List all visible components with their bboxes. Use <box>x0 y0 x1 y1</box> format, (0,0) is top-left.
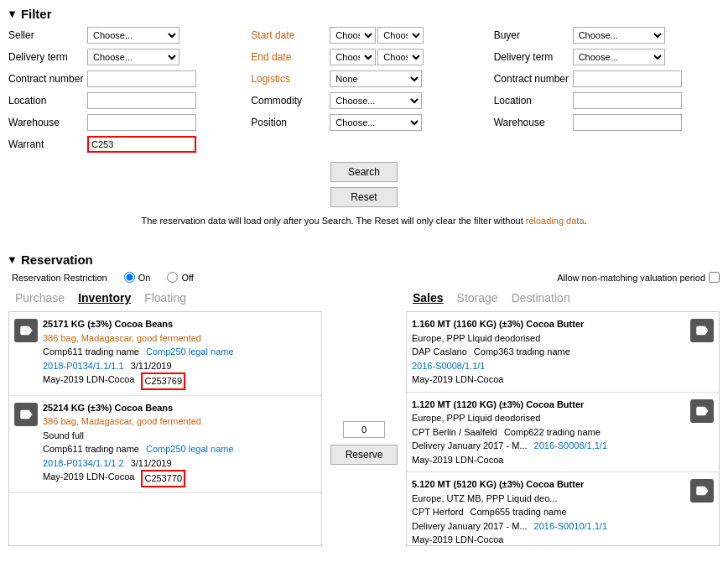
contract-number-input-left[interactable] <box>87 70 196 87</box>
right-card-3-contract[interactable]: 2016-S0010/1.1/1 <box>534 519 607 534</box>
left-card-2-contract[interactable]: 2018-P0134/1.1/1.2 <box>43 456 124 471</box>
restriction-on-radio[interactable] <box>124 272 135 283</box>
filter-end-date-row: End date Choose... Choose... <box>251 48 476 66</box>
restriction-on-label: On <box>138 273 151 283</box>
info-highlight: reloading data <box>526 216 585 226</box>
right-card-3-location: CPT Herford <box>412 505 464 519</box>
commodity-label: Commodity <box>251 95 326 107</box>
right-card-3-period: May-2019 LDN-Cocoa <box>412 533 685 546</box>
search-area: Search Reset The reservation data will l… <box>8 162 720 229</box>
filter-contract-row-left: Contract number <box>8 70 234 88</box>
start-date-select2[interactable]: Choose... <box>377 27 424 44</box>
tab-destination[interactable]: Destination <box>505 289 577 306</box>
restriction-on-group: On <box>124 272 151 283</box>
left-card-2-period: May-2019 LDN-Cocoa <box>43 470 134 487</box>
search-button[interactable]: Search <box>330 162 398 182</box>
position-select[interactable]: Choose... <box>330 114 422 131</box>
right-card-2-row1: CPT Berlin / Saalfeld Comp622 trading na… <box>412 425 685 440</box>
left-card-2-sound: Sound full <box>43 429 316 443</box>
filter-logistics-row: Logistics None <box>251 70 476 88</box>
left-card-1-legal[interactable]: Comp250 legal name <box>146 345 234 359</box>
left-card-1-body: 25171 KG (±3%) Cocoa Beans 386 bag, Mada… <box>43 317 316 390</box>
allow-period-checkbox[interactable] <box>709 272 720 283</box>
filter-delivery-term-row-right: Delivery term Choose... <box>494 48 720 66</box>
right-card-3-sub: Europe, UTZ MB, PPP Liquid deo... <box>412 492 685 506</box>
end-date-select2[interactable]: Choose... <box>377 49 424 65</box>
left-panel: Purchase Inventory Floating 25171 KG (±3… <box>8 289 322 546</box>
left-card-2[interactable]: 25214 KG (±3%) Cocoa Beans 386 bag, Mada… <box>9 396 321 493</box>
left-tabs: Purchase Inventory Floating <box>8 289 322 306</box>
left-card-2-warrant: C253770 <box>141 470 185 487</box>
reservation-toggle-icon: ▼ <box>7 253 18 266</box>
right-card-2-title: 1.120 MT (1120 KG) (±3%) Cocoa Butter <box>412 398 685 412</box>
left-card-2-title: 25214 KG (±3%) Cocoa Beans <box>43 401 316 415</box>
right-card-3-trading: Comp655 trading name <box>471 505 567 519</box>
left-card-1-row3: May-2019 LDN-Cocoa C253769 <box>43 372 316 390</box>
contract-number-label-left: Contract number <box>8 73 84 85</box>
left-card-2-legal[interactable]: Comp250 legal name <box>146 442 234 456</box>
restriction-off-radio[interactable] <box>167 272 178 283</box>
allow-period: Allow non-matching valuation period <box>557 272 720 283</box>
quantity-input[interactable]: 0 <box>343 421 385 438</box>
left-card-1-period: May-2019 LDN-Cocoa <box>43 372 134 390</box>
left-card-1-sub: 386 bag, Madagascar, good fermented <box>43 331 316 346</box>
right-card-2-period: May-2019 LDN-Cocoa <box>412 453 685 467</box>
right-card-1[interactable]: 1.160 MT (1160 KG) (±3%) Cocoa Butter Eu… <box>407 312 719 393</box>
tab-sales[interactable]: Sales <box>406 289 450 306</box>
reserve-button[interactable]: Reserve <box>330 445 398 465</box>
reservation-section: Reservation Restriction On Off Allow non… <box>0 272 728 546</box>
filter-commodity-row: Commodity Choose... <box>251 91 476 110</box>
right-card-1-sub: Europe, PPP Liquid deodorised <box>412 331 685 346</box>
warrant-input[interactable] <box>87 136 196 153</box>
warehouse-input-right[interactable] <box>573 114 682 131</box>
warehouse-input-left[interactable] <box>87 114 196 131</box>
delivery-term-label-left: Delivery term <box>8 51 84 63</box>
right-card-1-period: May-2019 LDN-Cocoa <box>412 372 685 387</box>
left-card-2-date: 3/11/2019 <box>131 456 172 471</box>
delivery-term-select-right[interactable]: Choose... <box>573 49 665 65</box>
left-card-2-row2: 2018-P0134/1.1/1.2 3/11/2019 <box>43 456 316 471</box>
left-card-1[interactable]: 25171 KG (±3%) Cocoa Beans 386 bag, Mada… <box>9 312 321 396</box>
end-date-select1[interactable]: Choose... <box>330 49 376 65</box>
filter-section-header[interactable]: ▼ Filter <box>7 7 728 21</box>
right-card-2-contract[interactable]: 2016-S0008/1.1/1 <box>534 439 607 453</box>
left-card-2-icon <box>14 403 38 426</box>
buyer-select[interactable]: Choose... <box>573 27 665 44</box>
contract-number-label-right: Contract number <box>494 73 569 85</box>
right-card-1-body: 1.160 MT (1160 KG) (±3%) Cocoa Butter Eu… <box>412 317 685 387</box>
reservation-columns: Purchase Inventory Floating 25171 KG (±3… <box>8 289 720 546</box>
left-card-1-contract[interactable]: 2018-P0134/1.1/1.1 <box>43 359 124 373</box>
tab-storage[interactable]: Storage <box>450 289 505 306</box>
right-card-1-contract[interactable]: 2016-S0008/1.1/1 <box>412 359 485 373</box>
location-input-left[interactable] <box>87 92 196 109</box>
right-card-1-row2: 2016-S0008/1.1/1 <box>412 359 685 373</box>
right-card-1-title: 1.160 MT (1160 KG) (±3%) Cocoa Butter <box>412 317 685 331</box>
filter-buyer-row: Buyer Choose... <box>494 26 720 44</box>
filter-right-col: Buyer Choose... Delivery term Choose... … <box>494 26 720 154</box>
delivery-term-select-left[interactable]: Choose... <box>87 49 179 65</box>
left-card-list: 25171 KG (±3%) Cocoa Beans 386 bag, Mada… <box>8 311 322 546</box>
contract-number-input-right[interactable] <box>573 70 682 87</box>
right-card-2-trading: Comp622 trading name <box>504 425 601 440</box>
tab-inventory[interactable]: Inventory <box>71 289 138 306</box>
right-card-3[interactable]: 5.120 MT (5120 KG) (±3%) Cocoa Butter Eu… <box>407 472 719 546</box>
reservation-restriction-label: Reservation Restriction <box>12 273 107 283</box>
left-card-1-row1: Comp611 trading name Comp250 legal name <box>43 345 316 359</box>
right-tabs: Sales Storage Destination <box>406 289 720 306</box>
commodity-select[interactable]: Choose... <box>330 92 422 109</box>
reservation-section-header[interactable]: ▼ Reservation <box>7 253 728 267</box>
warehouse-label-right: Warehouse <box>494 117 569 128</box>
warehouse-label-left: Warehouse <box>8 117 84 128</box>
reset-button[interactable]: Reset <box>330 187 398 207</box>
restriction-off-label: Off <box>181 273 193 283</box>
tab-purchase[interactable]: Purchase <box>8 289 71 306</box>
right-card-1-trading: Comp363 trading name <box>474 345 570 359</box>
filter-seller-row: Seller Choose... <box>8 26 234 44</box>
location-input-right[interactable] <box>573 92 682 109</box>
start-date-selects: Choose... Choose... <box>330 27 424 44</box>
seller-select[interactable]: Choose... <box>87 27 179 44</box>
right-card-2[interactable]: 1.120 MT (1120 KG) (±3%) Cocoa Butter Eu… <box>407 393 719 473</box>
logistics-select[interactable]: None <box>330 70 422 87</box>
start-date-select1[interactable]: Choose... <box>330 27 376 44</box>
tab-floating[interactable]: Floating <box>138 289 193 306</box>
